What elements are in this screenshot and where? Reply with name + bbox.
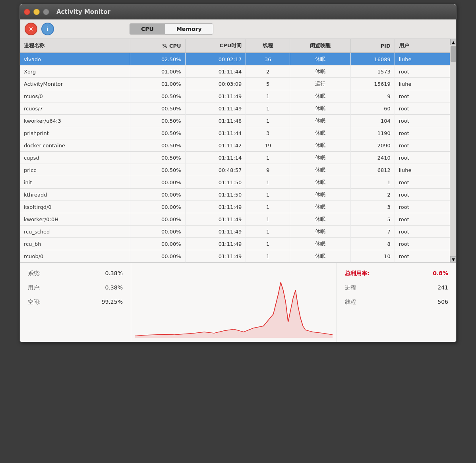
cell-pid: 15619 bbox=[350, 78, 395, 90]
tab-memory[interactable]: Memory bbox=[165, 23, 213, 35]
cell-user: root bbox=[395, 115, 450, 127]
stat-row: 总利用率:0.8% bbox=[345, 270, 448, 277]
window-close-button[interactable] bbox=[24, 9, 30, 15]
cell-name: prlshprint bbox=[20, 127, 130, 139]
stat-value: 99.25% bbox=[102, 299, 123, 306]
toolbar: i CPU Memory bbox=[20, 19, 456, 39]
col-header-pid[interactable]: PID bbox=[350, 39, 395, 53]
col-header-name[interactable]: 进程名称 bbox=[20, 39, 130, 53]
cell-user: liuhe bbox=[395, 53, 450, 66]
cell-cpu: 00.00% bbox=[130, 213, 185, 226]
cell-threads: 36 bbox=[246, 53, 290, 66]
cell-name: vivado bbox=[20, 53, 130, 66]
cell-cputime: 01:11:49 bbox=[185, 90, 246, 102]
table-row[interactable]: ksoftirqd/0 00.00% 01:11:49 1 休眠 3 root bbox=[20, 201, 450, 213]
stat-label: 总利用率: bbox=[345, 270, 370, 277]
table-row[interactable]: rcuob/0 00.00% 01:11:49 1 休眠 10 root bbox=[20, 250, 450, 262]
cpu-chart-svg bbox=[135, 270, 333, 338]
table-row[interactable]: cupsd 00.50% 01:11:14 1 休眠 2410 root bbox=[20, 152, 450, 164]
cell-name: rcuos/0 bbox=[20, 90, 130, 102]
col-header-cputime[interactable]: CPU时间 bbox=[185, 39, 246, 53]
table-row[interactable]: kworker/0:0H 00.00% 01:11:49 1 休眠 5 root bbox=[20, 213, 450, 226]
cell-pid: 6812 bbox=[350, 164, 395, 176]
cell-idle: 运行 bbox=[290, 78, 351, 90]
cell-idle: 休眠 bbox=[290, 226, 351, 238]
cell-pid: 1573 bbox=[350, 66, 395, 78]
scrollbar-up-arrow[interactable]: ▲ bbox=[450, 39, 456, 45]
cell-pid: 1190 bbox=[350, 127, 395, 139]
cell-name: Xorg bbox=[20, 66, 130, 78]
cell-pid: 8 bbox=[350, 238, 395, 250]
scrollbar[interactable]: ▲ ▼ bbox=[450, 39, 456, 262]
table-row[interactable]: rcuos/0 00.50% 01:11:49 1 休眠 9 root bbox=[20, 90, 450, 102]
col-header-user[interactable]: 用户 bbox=[395, 39, 450, 53]
cell-threads: 3 bbox=[246, 127, 290, 139]
table-row[interactable]: kworker/u64:3 00.50% 01:11:48 1 休眠 104 r… bbox=[20, 115, 450, 127]
window-minimize-button[interactable] bbox=[33, 9, 40, 15]
table-row[interactable]: vivado 02.50% 00:02:17 36 休眠 16089 liuhe bbox=[20, 53, 450, 66]
cell-pid: 2410 bbox=[350, 152, 395, 164]
col-header-threads[interactable]: 线程 bbox=[246, 39, 290, 53]
cell-user: liuhe bbox=[395, 164, 450, 176]
stat-row: 进程241 bbox=[345, 284, 448, 291]
table-row[interactable]: Xorg 01.00% 01:11:44 2 休眠 1573 root bbox=[20, 66, 450, 78]
cell-cputime: 01:11:44 bbox=[185, 66, 246, 78]
cell-pid: 5 bbox=[350, 213, 395, 226]
cell-threads: 1 bbox=[246, 176, 290, 189]
cell-user: liuhe bbox=[395, 78, 450, 90]
cell-idle: 休眠 bbox=[290, 189, 351, 201]
cell-idle: 休眠 bbox=[290, 213, 351, 226]
window-maximize-button[interactable] bbox=[43, 9, 49, 15]
cell-cputime: 01:11:44 bbox=[185, 127, 246, 139]
cell-name: init bbox=[20, 176, 130, 189]
cell-cputime: 00:03:09 bbox=[185, 78, 246, 90]
scrollbar-down-arrow[interactable]: ▼ bbox=[450, 256, 456, 262]
cell-cputime: 01:11:14 bbox=[185, 152, 246, 164]
cell-idle: 休眠 bbox=[290, 102, 351, 115]
cell-pid: 2090 bbox=[350, 139, 395, 152]
stat-row: 线程506 bbox=[345, 299, 448, 306]
cell-cpu: 00.00% bbox=[130, 226, 185, 238]
cell-name: ksoftirqd/0 bbox=[20, 201, 130, 213]
cell-idle: 休眠 bbox=[290, 139, 351, 152]
stat-label: 空闲: bbox=[28, 299, 41, 306]
cell-cputime: 01:11:49 bbox=[185, 238, 246, 250]
cell-cpu: 00.00% bbox=[130, 189, 185, 201]
close-process-button[interactable] bbox=[25, 23, 37, 35]
cell-idle: 休眠 bbox=[290, 250, 351, 262]
table-row[interactable]: prlshprint 00.50% 01:11:44 3 休眠 1190 roo… bbox=[20, 127, 450, 139]
cell-user: root bbox=[395, 102, 450, 115]
cell-idle: 休眠 bbox=[290, 115, 351, 127]
process-table: 进程名称 % CPU CPU时间 线程 闲置唤醒 PID 用户 vivado 0… bbox=[20, 39, 450, 262]
cpu-chart bbox=[131, 263, 337, 342]
cell-user: root bbox=[395, 66, 450, 78]
table-row[interactable]: rcu_sched 00.00% 01:11:49 1 休眠 7 root bbox=[20, 226, 450, 238]
cell-threads: 1 bbox=[246, 213, 290, 226]
cell-name: docker-containe bbox=[20, 139, 130, 152]
table-row[interactable]: prlcc 00.50% 00:48:57 9 休眠 6812 liuhe bbox=[20, 164, 450, 176]
cell-cpu: 00.50% bbox=[130, 152, 185, 164]
table-row[interactable]: docker-containe 00.50% 01:11:42 19 休眠 20… bbox=[20, 139, 450, 152]
stat-row: 系统:0.38% bbox=[28, 270, 123, 277]
bottom-panel: 系统:0.38%用户:0.38%空闲:99.25% 总利用率:0.8%进程241… bbox=[20, 262, 456, 342]
col-header-cpu[interactable]: % CPU bbox=[130, 39, 185, 53]
cell-name: rcuos/7 bbox=[20, 102, 130, 115]
table-row[interactable]: ActivityMonitor 01.00% 00:03:09 5 运行 156… bbox=[20, 78, 450, 90]
cell-user: root bbox=[395, 213, 450, 226]
cell-name: rcu_bh bbox=[20, 238, 130, 250]
cell-threads: 5 bbox=[246, 78, 290, 90]
table-row[interactable]: kthreadd 00.00% 01:11:50 1 休眠 2 root bbox=[20, 189, 450, 201]
scrollbar-thumb[interactable] bbox=[451, 46, 456, 62]
table-row[interactable]: init 00.00% 01:11:50 1 休眠 1 root bbox=[20, 176, 450, 189]
table-row[interactable]: rcuos/7 00.50% 01:11:49 1 休眠 60 root bbox=[20, 102, 450, 115]
cell-idle: 休眠 bbox=[290, 164, 351, 176]
tab-cpu[interactable]: CPU bbox=[130, 23, 165, 35]
cell-threads: 19 bbox=[246, 139, 290, 152]
cell-idle: 休眠 bbox=[290, 90, 351, 102]
col-header-idle[interactable]: 闲置唤醒 bbox=[290, 39, 351, 53]
cell-name: rcuob/0 bbox=[20, 250, 130, 262]
table-row[interactable]: rcu_bh 00.00% 01:11:49 1 休眠 8 root bbox=[20, 238, 450, 250]
info-button[interactable]: i bbox=[41, 23, 54, 35]
cell-threads: 2 bbox=[246, 66, 290, 78]
cell-pid: 104 bbox=[350, 115, 395, 127]
